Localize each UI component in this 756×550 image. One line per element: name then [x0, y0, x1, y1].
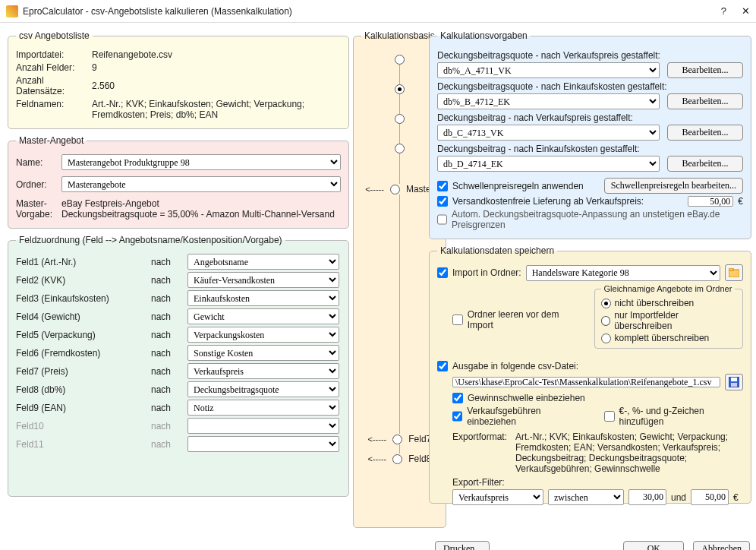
- filter-value1-input[interactable]: [628, 489, 666, 505]
- titlebar: EproCalculator - csv-Angebotsliste kalku…: [0, 0, 756, 23]
- svg-rect-1: [729, 268, 733, 270]
- folder-icon-button[interactable]: [725, 264, 743, 281]
- ordner-leeren-label: Ordner leeren vor dem Import: [468, 309, 585, 330]
- kv-select-1[interactable]: db%_A_4711_VK: [437, 62, 660, 78]
- save-icon-button[interactable]: [725, 374, 743, 390]
- exportformat-label: Exportformat:: [452, 431, 509, 474]
- print-button[interactable]: DDrucken...rucken...: [435, 541, 490, 550]
- close-button[interactable]: ✕: [742, 5, 750, 17]
- versandkostenfrei-checkbox[interactable]: [437, 196, 448, 207]
- fz-field-label-0: Feld1 (Art.-Nr.): [16, 257, 145, 267]
- kb-feld7-label: Feld7: [408, 434, 431, 444]
- gleichnamige-legend: Gleichnamige Angebote im Ordner: [601, 284, 736, 293]
- kv-select-3[interactable]: db_C_4713_VK: [437, 125, 660, 141]
- overwrite-radio-2[interactable]: [601, 316, 611, 326]
- kv-select-2[interactable]: db%_B_4712_EK: [437, 93, 660, 109]
- kv-edit-3[interactable]: Bearbeiten...: [667, 125, 743, 141]
- filter-field-select[interactable]: Verkaufspreis: [452, 489, 543, 505]
- fz-field-label-5: Feld6 (Fremdkosten): [16, 348, 145, 359]
- kb-radio-3[interactable]: [395, 114, 405, 124]
- import-ordner-label: Import in Ordner:: [452, 267, 521, 278]
- ordner-leeren-checkbox[interactable]: [452, 315, 463, 325]
- fz-target-select-2[interactable]: Einkaufskosten: [187, 290, 339, 306]
- import-ordner-checkbox[interactable]: [437, 267, 448, 278]
- fz-target-select-1[interactable]: Käufer-Versandkosten: [187, 272, 339, 288]
- name-label: Name:: [16, 157, 61, 168]
- fz-nach-8: nach: [151, 403, 181, 413]
- fz-field-label-7: Feld8 (db%): [16, 384, 145, 395]
- filter-op-select[interactable]: zwischen: [548, 489, 624, 505]
- mastervorgabe-value: eBay Festpreis-Angebot Deckungsbeitragsq…: [61, 198, 335, 220]
- exportfilter-label: Export-Filter:: [452, 477, 743, 488]
- kb-radio-master[interactable]: [390, 185, 400, 194]
- kv-edit-1[interactable]: Bearbeiten...: [667, 62, 743, 78]
- svg-rect-3: [731, 378, 737, 381]
- overwrite-label-3: komplett überschreiben: [615, 333, 710, 343]
- cancel-button[interactable]: Abbrechen: [693, 541, 750, 550]
- fz-target-select-5[interactable]: Sonstige Kosten: [187, 345, 339, 361]
- floppy-disk-icon: [729, 377, 739, 387]
- kb-radio-4[interactable]: [395, 144, 405, 153]
- exportformat-value: Art.-Nr.; KVK; Einkaufskosten; Gewicht; …: [515, 431, 743, 474]
- overwrite-label-1: nicht überschreiben: [615, 298, 695, 308]
- overwrite-radio-1[interactable]: [601, 299, 611, 308]
- gewinnschwelle-checkbox[interactable]: [452, 393, 463, 403]
- master-name-select[interactable]: Masterangebot Produktgruppe 98: [61, 154, 341, 170]
- import-ordner-select[interactable]: Handelsware Kategorie 98: [526, 265, 720, 281]
- fz-target-select-7[interactable]: Deckungsbeitragsquote: [187, 381, 339, 397]
- arrow-icon: <-----: [367, 435, 386, 444]
- anzahl-felder-label: Anzahl Felder:: [16, 62, 92, 73]
- kb-radio-2[interactable]: [395, 84, 405, 94]
- fz-target-select-8[interactable]: Notiz: [187, 400, 339, 416]
- overwrite-label-2: nur Importfelder überschreiben: [614, 310, 736, 331]
- kb-radio-feld8[interactable]: [392, 454, 402, 464]
- kb-radio-1[interactable]: [395, 55, 405, 65]
- ausgabe-csv-checkbox[interactable]: [437, 361, 448, 371]
- autom-db-label: Autom. Deckungsbeitragsquote-Anpassung a…: [452, 209, 743, 230]
- ok-button[interactable]: OK: [623, 541, 684, 550]
- zeichen-checkbox[interactable]: [604, 411, 614, 422]
- fz-target-select-0[interactable]: Angebotsname: [187, 254, 339, 270]
- kv-select-4[interactable]: db_D_4714_EK: [437, 156, 660, 172]
- fz-target-select-9[interactable]: [187, 418, 339, 434]
- filter-value2-input[interactable]: [691, 489, 729, 505]
- fz-nach-9: nach: [151, 421, 181, 431]
- kv-edit-2[interactable]: Bearbeiten...: [667, 93, 743, 109]
- window-title: EproCalculator - csv-Angebotsliste kalku…: [23, 6, 292, 17]
- feldzuordnung-group: Feldzuordnung (Feld --> Angebotsname/Kos…: [8, 235, 349, 497]
- verkaufsgebuehren-checkbox[interactable]: [452, 411, 462, 422]
- feldnamen-label: Feldnamen:: [16, 99, 92, 109]
- fz-target-select-3[interactable]: Gewicht: [187, 308, 339, 324]
- fz-field-label-9: Feld10: [16, 421, 145, 431]
- verkaufsgebuehren-label: Verkaufsgebühren einbeziehen: [467, 406, 584, 427]
- kb-radio-feld7[interactable]: [392, 435, 402, 444]
- fz-nach-5: nach: [151, 348, 181, 359]
- schwellenpreis-edit-button[interactable]: Schwellenpreisregeln bearbeiten...: [604, 178, 743, 194]
- autom-db-checkbox[interactable]: [437, 214, 447, 225]
- fz-field-label-8: Feld9 (EAN): [16, 403, 145, 413]
- kv-edit-4[interactable]: Bearbeiten...: [667, 156, 743, 172]
- csv-legend: csv Angebotsliste: [16, 30, 93, 41]
- ordner-label: Ordner:: [16, 179, 61, 190]
- versandkostenfrei-input[interactable]: [688, 196, 733, 207]
- kalkulationsdaten-group: Kalkulationsdaten speichern Import in Or…: [429, 245, 751, 504]
- overwrite-radio-3[interactable]: [601, 333, 611, 343]
- fz-target-select-4[interactable]: Verpackungskosten: [187, 327, 339, 343]
- schwellenpreis-checkbox[interactable]: [437, 181, 448, 191]
- eur-label-2: €: [733, 492, 739, 503]
- fz-nach-7: nach: [151, 384, 181, 395]
- svg-rect-4: [731, 383, 737, 387]
- fz-nach-1: nach: [151, 275, 181, 286]
- kb-feld8-label: Feld8: [408, 454, 431, 464]
- folder-icon: [729, 268, 739, 277]
- fz-target-select-10[interactable]: [187, 436, 339, 452]
- master-ordner-select[interactable]: Masterangebote: [61, 176, 341, 192]
- feldnamen-value: Art.-Nr.; KVK; Einkaufskosten; Gewicht; …: [92, 99, 341, 120]
- anzahl-datensaetze-label: Anzahl Datensätze:: [16, 75, 92, 96]
- fz-nach-0: nach: [151, 257, 181, 267]
- master-legend: Master-Angebot: [16, 135, 87, 146]
- help-button[interactable]: ?: [721, 5, 726, 17]
- fz-target-select-6[interactable]: Verkaufspreis: [187, 363, 339, 379]
- csv-path-input[interactable]: [452, 377, 720, 387]
- fz-field-label-3: Feld4 (Gewicht): [16, 311, 145, 322]
